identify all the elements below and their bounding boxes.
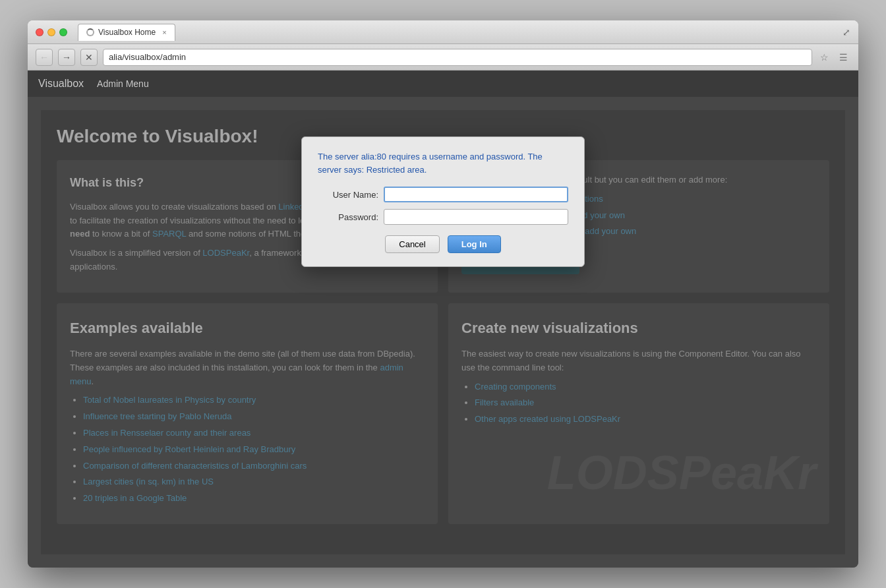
- toolbar: ← → ✕ ☆ ☰: [28, 44, 858, 71]
- close-button[interactable]: [36, 28, 44, 36]
- tab-close-button[interactable]: ×: [162, 28, 166, 36]
- admin-menu-link[interactable]: Admin Menu: [97, 78, 149, 89]
- maximize-button[interactable]: [59, 28, 67, 36]
- minimize-button[interactable]: [47, 28, 55, 36]
- username-input[interactable]: [384, 187, 568, 202]
- browser-window: Visualbox Home × ⤢ ← → ✕ ☆ ☰ Visualbox A…: [28, 20, 858, 568]
- back-button[interactable]: ←: [36, 49, 53, 66]
- password-row: Password:: [318, 209, 568, 225]
- main-content: Welcome to Visualbox! What is this? Visu…: [28, 97, 858, 568]
- password-label: Password:: [318, 212, 384, 222]
- username-row: User Name:: [318, 187, 568, 202]
- modal-buttons: Cancel Log In: [318, 235, 568, 253]
- tab-area: Visualbox Home ×: [78, 24, 837, 41]
- modal-server-text: The server alia:80 requires a username a…: [318, 152, 543, 175]
- password-input[interactable]: [384, 209, 568, 225]
- close-nav-button[interactable]: ✕: [80, 49, 98, 66]
- auth-dialog: The server alia:80 requires a username a…: [301, 136, 585, 267]
- url-input[interactable]: [109, 52, 806, 62]
- app-navbar: Visualbox Admin Menu: [28, 71, 858, 97]
- forward-button[interactable]: →: [58, 49, 75, 66]
- title-bar: Visualbox Home × ⤢: [28, 20, 858, 44]
- loading-icon: [86, 28, 94, 36]
- traffic-lights: [36, 28, 67, 36]
- tab-title: Visualbox Home: [98, 28, 156, 37]
- login-button[interactable]: Log In: [448, 235, 501, 253]
- menu-icon[interactable]: ☰: [837, 52, 850, 63]
- username-label: User Name:: [318, 190, 384, 200]
- address-bar: [103, 49, 812, 66]
- bookmark-icon[interactable]: ☆: [817, 52, 831, 63]
- cancel-button[interactable]: Cancel: [385, 235, 439, 253]
- app-brand: Visualbox: [38, 78, 84, 90]
- modal-header-text: The server alia:80 requires a username a…: [318, 150, 568, 176]
- browser-tab[interactable]: Visualbox Home ×: [78, 24, 175, 41]
- modal-overlay: The server alia:80 requires a username a…: [28, 97, 858, 568]
- expand-icon[interactable]: ⤢: [842, 27, 850, 38]
